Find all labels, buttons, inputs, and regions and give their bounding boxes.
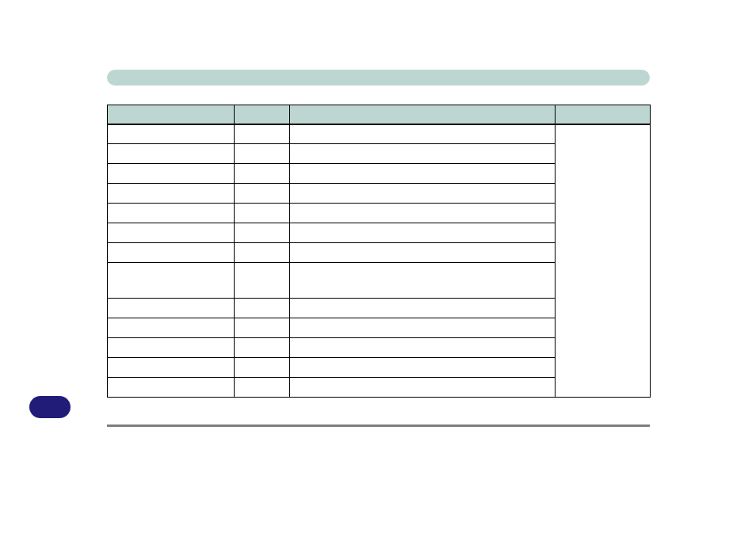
cell-c1	[108, 299, 235, 318]
cell-c1	[108, 243, 235, 263]
cell-c3	[290, 223, 556, 243]
table-header-row	[108, 105, 651, 124]
cell-c3	[290, 243, 556, 263]
cell-c2	[235, 243, 290, 263]
cell-c2	[235, 164, 290, 184]
cell-c3	[290, 124, 556, 144]
cell-c2	[235, 144, 290, 164]
cell-c1	[108, 144, 235, 164]
section-title-bar	[107, 70, 650, 86]
col-header-1	[108, 105, 235, 124]
cell-c3	[290, 358, 556, 378]
cell-c2	[235, 318, 290, 338]
cell-c1	[108, 378, 235, 398]
cell-c2	[235, 204, 290, 223]
page-number-badge	[29, 396, 71, 418]
cell-c3	[290, 378, 556, 398]
cell-c2	[235, 223, 290, 243]
cell-c3	[290, 338, 556, 358]
cell-c3	[290, 184, 556, 204]
cell-c2	[235, 358, 290, 378]
cell-c2	[235, 124, 290, 144]
table-row	[108, 124, 651, 144]
page-content	[107, 70, 650, 427]
cell-c2	[235, 299, 290, 318]
cell-c2	[235, 184, 290, 204]
cell-c1	[108, 338, 235, 358]
col-header-2	[235, 105, 290, 124]
cell-c1	[108, 124, 235, 144]
cell-c1	[108, 164, 235, 184]
cell-c2	[235, 338, 290, 358]
cell-c1	[108, 318, 235, 338]
cell-c3	[290, 263, 556, 299]
cell-c1	[108, 204, 235, 223]
data-table-container	[107, 105, 650, 398]
cell-c2	[235, 378, 290, 398]
cell-c1	[108, 358, 235, 378]
cell-c3	[290, 318, 556, 338]
cell-c1	[108, 263, 235, 299]
footer-divider	[107, 424, 650, 427]
cell-c3	[290, 164, 556, 184]
col-header-4	[556, 105, 651, 124]
cell-c3	[290, 204, 556, 223]
data-table	[107, 105, 651, 398]
cell-c2	[235, 263, 290, 299]
cell-c1	[108, 184, 235, 204]
table-body	[108, 124, 651, 398]
cell-c3	[290, 144, 556, 164]
cell-c3	[290, 299, 556, 318]
col-header-3	[290, 105, 556, 124]
notes-cell	[556, 124, 651, 398]
cell-c1	[108, 223, 235, 243]
